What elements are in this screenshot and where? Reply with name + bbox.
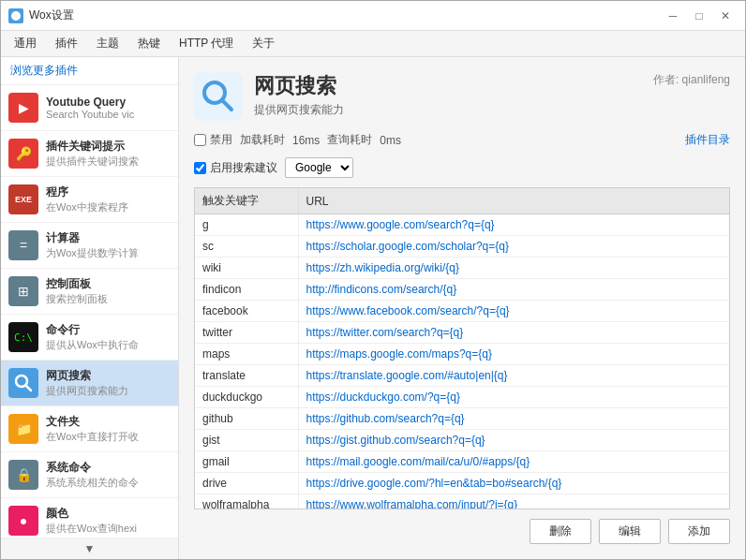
sidebar-scroll-down[interactable]: ▼ xyxy=(1,538,178,559)
svg-line-4 xyxy=(222,100,231,110)
url-cell: https://maps.google.com/maps?q={q} xyxy=(298,344,729,365)
delete-button[interactable]: 删除 xyxy=(530,519,591,544)
keyword-url-table: 触发关键字 URL ghttps://www.google.com/search… xyxy=(195,188,729,509)
suggest-checkbox[interactable] xyxy=(194,162,206,174)
edit-button[interactable]: 编辑 xyxy=(599,519,661,544)
table-row[interactable]: gmailhttps://mail.google.com/mail/ca/u/0… xyxy=(195,451,729,473)
table-row[interactable]: wolframalphahttps://www.wolframalpha.com… xyxy=(195,494,729,510)
sidebar-item-desc-4: 搜索控制面板 xyxy=(46,292,171,306)
sidebar-item-icon-8: 🔒 xyxy=(8,460,38,490)
sidebar-item-icon-0: ▶ xyxy=(8,93,38,123)
table-row[interactable]: twitterhttps://twitter.com/search?q={q} xyxy=(195,322,729,344)
keyword-cell: drive xyxy=(195,473,298,494)
menu-hotkey[interactable]: 热键 xyxy=(128,32,170,55)
menu-plugins[interactable]: 插件 xyxy=(46,32,87,55)
sidebar-item-4[interactable]: ⊞控制面板搜索控制面板 xyxy=(1,269,178,315)
sidebar-item-desc-0: Search Youtube vic xyxy=(46,109,171,120)
sidebar-item-icon-2: EXE xyxy=(8,184,38,214)
keyword-cell: findicon xyxy=(195,279,298,301)
table-row[interactable]: facebookhttps://www.facebook.com/search/… xyxy=(195,301,729,322)
sidebar-item-1[interactable]: 🔑插件关键词提示提供插件关键词搜索 xyxy=(1,131,178,177)
sidebar-item-text-8: 系统命令系统系统相关的命令 xyxy=(46,460,171,490)
titlebar-controls: ─ □ ✕ xyxy=(661,7,738,25)
plugin-dir-link[interactable]: 插件目录 xyxy=(685,132,730,148)
sidebar-item-name-2: 程序 xyxy=(46,184,171,200)
main-window: Wox设置 ─ □ ✕ 通用 插件 主题 热键 HTTP 代理 关于 浏览更多插… xyxy=(0,0,746,560)
sidebar-item-icon-3: = xyxy=(8,230,38,260)
maximize-button[interactable]: □ xyxy=(687,7,711,25)
menu-http-proxy[interactable]: HTTP 代理 xyxy=(170,32,243,55)
table-row[interactable]: wikihttps://zh.wikipedia.org/wiki/{q} xyxy=(195,258,729,279)
table-row[interactable]: translatehttps://translate.google.com/#a… xyxy=(195,365,729,387)
sidebar-item-name-5: 命令行 xyxy=(46,322,171,338)
suggest-label: 启用搜索建议 xyxy=(210,160,277,176)
load-time-label: 加载耗时 xyxy=(240,132,285,148)
sidebar-item-desc-6: 提供网页搜索能力 xyxy=(46,384,171,398)
sidebar-item-8[interactable]: 🔒系统命令系统系统相关的命令 xyxy=(1,452,178,498)
keyword-cell: github xyxy=(195,408,298,430)
table-row[interactable]: schttps://scholar.google.com/scholar?q={… xyxy=(195,236,729,258)
disable-checkbox[interactable] xyxy=(194,134,206,146)
sidebar-item-9[interactable]: ●颜色提供在Wox查询hexi xyxy=(1,498,178,538)
sidebar-item-desc-5: 提供从Wox中执行命 xyxy=(46,338,171,352)
sidebar-item-3[interactable]: =计算器为Wox提供数学计算 xyxy=(1,223,178,269)
url-cell: https://zh.wikipedia.org/wiki/{q} xyxy=(298,258,729,279)
sidebar-item-name-8: 系统命令 xyxy=(46,460,171,476)
menu-general[interactable]: 通用 xyxy=(5,32,46,55)
minimize-button[interactable]: ─ xyxy=(661,7,685,25)
sidebar-item-7[interactable]: 📁文件夹在Wox中直接打开收 xyxy=(1,406,178,452)
plugin-detail-panel: 网页搜索 提供网页搜索能力 作者: qianlifeng 禁用 加载耗时 16m… xyxy=(179,57,745,559)
url-cell: https://scholar.google.com/scholar?q={q} xyxy=(298,236,729,258)
sidebar-item-name-4: 控制面板 xyxy=(46,276,171,292)
sidebar-item-text-1: 插件关键词提示提供插件关键词搜索 xyxy=(46,139,171,169)
plugin-list: ▶Youtube QuerySearch Youtube vic🔑插件关键词提示… xyxy=(1,85,178,538)
menubar: 通用 插件 主题 热键 HTTP 代理 关于 xyxy=(1,31,745,57)
table-row[interactable]: ghttps://www.google.com/search?q={q} xyxy=(195,214,729,236)
sidebar-item-5[interactable]: C:\命令行提供从Wox中执行命 xyxy=(1,315,178,361)
plugin-header: 网页搜索 提供网页搜索能力 作者: qianlifeng xyxy=(194,72,730,121)
app-icon xyxy=(8,8,23,23)
search-suggest-row: 启用搜索建议 Google Baidu Bing xyxy=(194,157,730,178)
close-button[interactable]: ✕ xyxy=(713,7,738,25)
svg-line-2 xyxy=(26,386,31,391)
sidebar-item-name-7: 文件夹 xyxy=(46,414,171,430)
suggest-engine-select[interactable]: Google Baidu Bing xyxy=(285,157,353,178)
sidebar-item-desc-7: 在Wox中直接打开收 xyxy=(46,430,171,444)
menu-theme[interactable]: 主题 xyxy=(87,32,128,55)
table-row[interactable]: drivehttps://drive.google.com/?hl=en&tab… xyxy=(195,473,729,494)
sidebar-item-6[interactable]: 网页搜索提供网页搜索能力 xyxy=(1,361,178,406)
sidebar-item-2[interactable]: EXE程序在Wox中搜索程序 xyxy=(1,177,178,223)
col-header-keyword: 触发关键字 xyxy=(195,188,298,214)
titlebar: Wox设置 ─ □ ✕ xyxy=(1,1,745,31)
table-row[interactable]: duckduckgohttps://duckduckgo.com/?q={q} xyxy=(195,387,729,408)
url-cell: http://findicons.com/search/{q} xyxy=(298,279,729,301)
sidebar-item-name-1: 插件关键词提示 xyxy=(46,139,171,155)
search-keyword-table: 触发关键字 URL ghttps://www.google.com/search… xyxy=(194,187,730,509)
keyword-cell: facebook xyxy=(195,301,298,322)
table-row[interactable]: findiconhttp://findicons.com/search/{q} xyxy=(195,279,729,301)
col-header-url: URL xyxy=(298,188,729,214)
table-row[interactable]: mapshttps://maps.google.com/maps?q={q} xyxy=(195,344,729,365)
plugin-icon-large xyxy=(194,72,243,121)
url-cell: https://duckduckgo.com/?q={q} xyxy=(298,387,729,408)
suggest-checkbox-row: 启用搜索建议 xyxy=(194,160,277,176)
sidebar-item-icon-4: ⊞ xyxy=(8,276,38,306)
table-row[interactable]: githubhttps://github.com/search?q={q} xyxy=(195,408,729,430)
keyword-cell: gist xyxy=(195,430,298,451)
url-cell: https://www.facebook.com/search/?q={q} xyxy=(298,301,729,322)
keyword-cell: wiki xyxy=(195,258,298,279)
add-button[interactable]: 添加 xyxy=(668,519,730,544)
browse-more-plugins-link[interactable]: 浏览更多插件 xyxy=(1,57,178,85)
url-cell: https://translate.google.com/#auto|en|{q… xyxy=(298,365,729,387)
sidebar-item-icon-9: ● xyxy=(8,506,38,536)
sidebar-item-desc-9: 提供在Wox查询hexi xyxy=(46,522,171,536)
titlebar-left: Wox设置 xyxy=(8,7,74,23)
sidebar-item-desc-3: 为Wox提供数学计算 xyxy=(46,246,171,260)
sidebar-item-desc-8: 系统系统相关的命令 xyxy=(46,476,171,490)
url-cell: https://twitter.com/search?q={q} xyxy=(298,322,729,344)
sidebar-item-text-4: 控制面板搜索控制面板 xyxy=(46,276,171,306)
content-area: 浏览更多插件 ▶Youtube QuerySearch Youtube vic🔑… xyxy=(1,57,745,559)
menu-about[interactable]: 关于 xyxy=(243,32,284,55)
table-row[interactable]: gisthttps://gist.github.com/search?q={q} xyxy=(195,430,729,451)
sidebar-item-0[interactable]: ▶Youtube QuerySearch Youtube vic xyxy=(1,85,178,131)
